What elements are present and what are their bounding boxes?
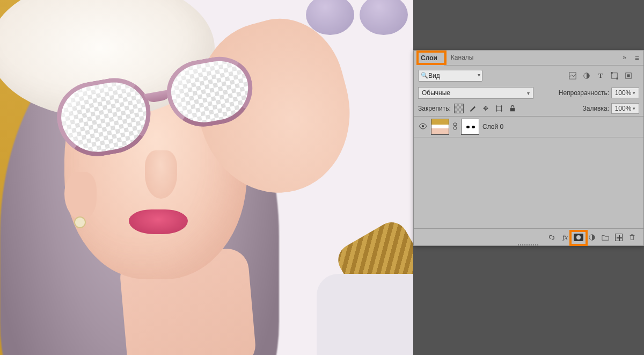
chevron-down-icon[interactable]: ▾ bbox=[478, 72, 480, 78]
layers-panel-footer: fx bbox=[414, 228, 643, 245]
new-group-button[interactable] bbox=[599, 231, 611, 243]
delete-layer-button[interactable] bbox=[626, 231, 638, 243]
filter-type-icon[interactable]: T bbox=[596, 71, 605, 80]
svg-rect-4 bbox=[617, 78, 619, 80]
blend-opacity-row: Обычные ▾ Непрозрачность: 100%▾ bbox=[414, 84, 643, 101]
layers-list[interactable]: Слой 0 bbox=[414, 116, 643, 229]
mask-icon bbox=[574, 234, 583, 241]
lock-transparency-icon[interactable] bbox=[454, 104, 464, 113]
lock-artboard-icon[interactable] bbox=[494, 104, 504, 113]
new-layer-button[interactable] bbox=[613, 231, 625, 243]
filter-pixel-icon[interactable] bbox=[568, 71, 577, 80]
lock-all-icon[interactable] bbox=[508, 104, 517, 113]
visibility-toggle-icon[interactable] bbox=[418, 123, 428, 131]
lock-pixels-icon[interactable] bbox=[467, 104, 477, 113]
layer-thumbnail[interactable] bbox=[431, 119, 449, 135]
svg-rect-7 bbox=[496, 106, 501, 111]
blend-mode-value: Обычные bbox=[422, 89, 450, 97]
tab-layers[interactable]: Слои bbox=[414, 50, 444, 66]
svg-point-13 bbox=[422, 125, 424, 127]
svg-rect-12 bbox=[510, 108, 515, 111]
new-adjustment-button[interactable] bbox=[586, 231, 598, 243]
lock-fill-row: Закрепить: ✥ Заливка: 100%▾ bbox=[414, 101, 643, 116]
lens-right-transparent bbox=[162, 52, 258, 133]
panel-menu-icon[interactable]: ≡ bbox=[631, 50, 643, 65]
fill-label[interactable]: Заливка: bbox=[582, 105, 609, 112]
layer-mask-thumbnail[interactable] bbox=[461, 119, 479, 135]
filter-adjustment-icon[interactable] bbox=[582, 71, 591, 80]
lock-position-icon[interactable]: ✥ bbox=[481, 104, 491, 113]
blend-mode-select[interactable]: Обычные ▾ bbox=[418, 87, 533, 99]
layers-panel: Слои Каналы » ≡ 🔍 ▾ T bbox=[413, 50, 644, 246]
filter-row: 🔍 ▾ T bbox=[414, 66, 643, 84]
add-mask-button[interactable] bbox=[573, 231, 584, 243]
svg-rect-6 bbox=[627, 74, 630, 77]
opacity-value[interactable]: 100%▾ bbox=[611, 88, 639, 98]
tab-channels[interactable]: Каналы bbox=[444, 50, 481, 65]
photo-subject bbox=[0, 0, 413, 355]
fill-value[interactable]: 100%▾ bbox=[611, 103, 639, 114]
search-icon: 🔍 bbox=[421, 72, 428, 79]
panel-tabs: Слои Каналы » ≡ bbox=[414, 50, 643, 66]
layer-name[interactable]: Слой 0 bbox=[482, 123, 503, 131]
chevron-down-icon: ▾ bbox=[527, 90, 530, 96]
lock-label: Закрепить: bbox=[418, 105, 451, 112]
filter-smart-icon[interactable] bbox=[624, 71, 633, 80]
filter-shape-icon[interactable] bbox=[610, 71, 619, 80]
layer-row[interactable]: Слой 0 bbox=[414, 117, 643, 137]
lens-left-transparent bbox=[52, 73, 157, 163]
svg-rect-3 bbox=[611, 72, 613, 74]
panel-resize-grip[interactable] bbox=[518, 244, 539, 246]
document-canvas[interactable] bbox=[0, 0, 413, 355]
layer-effects-button[interactable]: fx bbox=[559, 231, 571, 243]
mask-link-icon[interactable] bbox=[452, 122, 458, 132]
opacity-label[interactable]: Непрозрачность: bbox=[559, 89, 609, 97]
collapse-panel-icon[interactable]: » bbox=[618, 50, 631, 65]
link-layers-button[interactable] bbox=[546, 231, 558, 243]
